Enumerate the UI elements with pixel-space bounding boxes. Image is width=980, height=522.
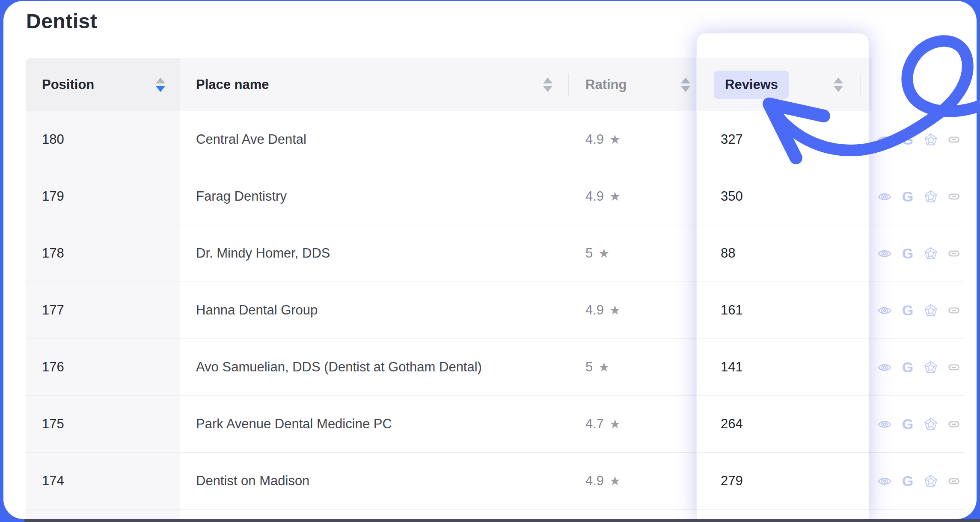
google-icon[interactable]: G <box>900 360 915 374</box>
eye-icon[interactable] <box>877 417 892 431</box>
place-name-cell: Central Ave Dental <box>180 111 568 168</box>
place-name-cell: Hanna Dental Group <box>180 282 568 338</box>
rating-cell: 4.9 ★ <box>568 111 700 168</box>
star-icon: ★ <box>598 247 609 260</box>
eye-icon[interactable] <box>877 360 892 374</box>
column-header-place-name[interactable]: Place name <box>180 58 568 111</box>
position-cell: 176 <box>26 339 180 395</box>
link-icon[interactable] <box>947 189 961 204</box>
partial-next-row <box>26 510 965 519</box>
places-table: Position Place name Rating Reviews 180 C… <box>26 58 965 519</box>
column-label: Rating <box>585 77 627 92</box>
place-name-cell: Dentist on Madison <box>180 453 568 509</box>
link-icon[interactable] <box>947 474 961 488</box>
column-header-reviews[interactable]: Reviews <box>700 58 872 111</box>
rating-value: 4.7 <box>585 416 604 432</box>
star-icon: ★ <box>609 418 621 430</box>
column-label: Position <box>42 77 94 92</box>
place-name-cell: Farag Dentistry <box>180 168 568 225</box>
star-icon: ★ <box>598 361 609 374</box>
position-cell: 178 <box>26 225 180 282</box>
rating-value: 4.9 <box>585 303 604 318</box>
reviews-cell: 327 <box>700 111 872 168</box>
rating-value: 5 <box>585 359 593 375</box>
table-row: 176 Avo Samuelian, DDS (Dentist at Gotha… <box>26 339 965 396</box>
google-icon[interactable]: G <box>900 246 915 261</box>
sort-icon[interactable] <box>156 77 165 92</box>
reviews-cell: 141 <box>700 339 872 395</box>
radar-icon[interactable] <box>924 189 938 204</box>
position-cell: 180 <box>26 111 180 168</box>
column-header-rating[interactable]: Rating <box>568 58 700 111</box>
rating-cell: 4.9 ★ <box>568 168 700 225</box>
rating-cell: 4.9 ★ <box>568 453 700 509</box>
place-name-cell: Avo Samuelian, DDS (Dentist at Gotham De… <box>180 339 568 395</box>
place-name-cell: Dr. Mindy Homer, DDS <box>180 225 568 282</box>
eye-icon[interactable] <box>877 474 892 488</box>
row-actions: G <box>872 111 965 168</box>
position-cell: 174 <box>26 453 180 509</box>
table-row: 180 Central Ave Dental 4.9 ★ 327 G <box>26 111 965 168</box>
star-icon: ★ <box>609 190 621 203</box>
reviews-header-chip[interactable]: Reviews <box>714 71 789 99</box>
sort-icon[interactable] <box>681 77 690 92</box>
radar-icon[interactable] <box>924 303 938 317</box>
page-title: Dentist <box>26 9 97 33</box>
rating-value: 4.9 <box>585 473 604 489</box>
radar-icon[interactable] <box>924 474 938 488</box>
reviews-cell: 264 <box>700 396 872 452</box>
app-card: Dentist Position Place name Rating Revie… <box>3 1 977 519</box>
google-icon[interactable]: G <box>900 417 915 431</box>
google-icon[interactable]: G <box>900 474 915 488</box>
row-actions: G <box>872 225 965 282</box>
column-header-actions <box>872 58 965 111</box>
rating-cell: 5 ★ <box>568 225 700 282</box>
header-separator <box>860 74 861 96</box>
reviews-cell: 88 <box>700 225 872 282</box>
eye-icon[interactable] <box>877 132 892 147</box>
eye-icon[interactable] <box>877 246 892 261</box>
table-row: 174 Dentist on Madison 4.9 ★ 279 G <box>26 453 965 510</box>
reviews-cell: 350 <box>700 168 872 225</box>
link-icon[interactable] <box>947 360 961 374</box>
table-row: 178 Dr. Mindy Homer, DDS 5 ★ 88 G <box>26 225 965 282</box>
header-separator <box>705 74 705 96</box>
radar-icon[interactable] <box>924 417 938 431</box>
column-label: Place name <box>196 77 269 92</box>
row-actions: G <box>872 282 965 338</box>
link-icon[interactable] <box>947 417 961 431</box>
google-icon[interactable]: G <box>900 132 915 147</box>
row-actions: G <box>872 396 965 452</box>
radar-icon[interactable] <box>924 360 938 374</box>
rating-cell: 4.7 ★ <box>568 396 700 452</box>
star-icon: ★ <box>609 133 621 146</box>
google-icon[interactable]: G <box>900 303 915 317</box>
star-icon: ★ <box>609 475 621 487</box>
rating-cell: 5 ★ <box>568 339 700 395</box>
radar-icon[interactable] <box>924 246 938 261</box>
link-icon[interactable] <box>947 132 961 147</box>
row-actions: G <box>872 339 965 395</box>
position-cell: 175 <box>26 396 180 452</box>
rating-value: 5 <box>585 246 593 261</box>
eye-icon[interactable] <box>877 189 892 204</box>
sort-icon[interactable] <box>834 77 843 92</box>
sort-icon[interactable] <box>543 77 552 92</box>
table-body: 180 Central Ave Dental 4.9 ★ 327 G <box>26 111 965 510</box>
rating-value: 4.9 <box>585 132 604 147</box>
star-icon: ★ <box>609 304 621 317</box>
google-icon[interactable]: G <box>900 189 915 204</box>
column-header-position[interactable]: Position <box>26 58 180 111</box>
place-name-cell: Park Avenue Dental Medicine PC <box>180 396 568 452</box>
reviews-cell: 161 <box>700 282 872 338</box>
row-actions: G <box>872 168 965 225</box>
link-icon[interactable] <box>947 303 961 317</box>
eye-icon[interactable] <box>877 303 892 317</box>
position-cell: 179 <box>26 168 180 225</box>
link-icon[interactable] <box>947 246 961 261</box>
reviews-cell: 279 <box>700 453 872 509</box>
bottom-edge-strip <box>24 519 980 522</box>
table-row: 175 Park Avenue Dental Medicine PC 4.7 ★… <box>26 396 965 453</box>
radar-icon[interactable] <box>924 132 938 147</box>
rating-cell: 4.9 ★ <box>568 282 700 338</box>
